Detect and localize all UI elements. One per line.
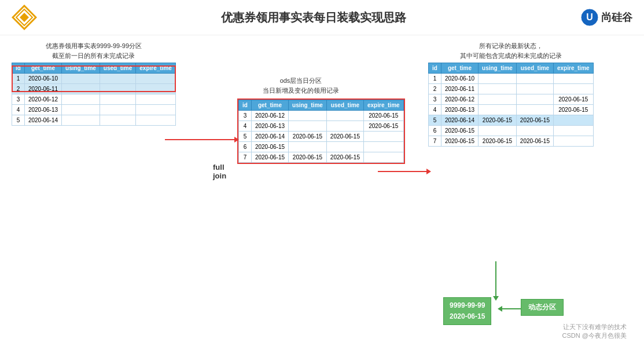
left-table-caption: 优惠券领用事实表9999-99-99分区 截至前一日的所有未完成记录	[12, 41, 176, 60]
logo-right-text: 尚硅谷	[601, 10, 632, 24]
left-col-used-time: used_time	[100, 63, 135, 74]
dynamic-partition-value-box: 9999-99-99 2020-06-15	[443, 297, 491, 325]
header: 优惠券领用事实表每日装载实现思路 U 尚硅谷	[0, 0, 644, 35]
dynamic-partition-label: 动态分区	[521, 299, 564, 316]
right-table: id get_time using_time used_time expire_…	[428, 63, 594, 147]
left-col-expire-time: expire_time	[136, 63, 176, 74]
table-row: 2 2020-06-11	[429, 84, 594, 94]
ods-label: ods层当日分区 当日新增及变化的领用记录	[237, 76, 365, 95]
table-row: 1 2020-06-10	[12, 74, 176, 84]
table-row: 5 2020-06-14 2020-06-15 2020-06-15	[239, 132, 404, 142]
left-col-id: id	[12, 63, 25, 74]
table-row: 4 2020-06-13 2020-06-15	[239, 121, 404, 132]
arrow-middle-to-right	[378, 169, 431, 174]
svg-marker-2	[20, 13, 29, 22]
table-row: 7 2020-06-15 2020-06-15 2020-06-15	[429, 136, 594, 147]
watermark: 让天下没有难学的技术 CSDN @今夜月色很美	[562, 323, 627, 340]
table-row: 3 2020-06-12 2020-06-15	[239, 111, 404, 121]
left-col-get-time: get_time	[24, 63, 61, 74]
table-row: 3 2020-06-12	[12, 94, 176, 105]
table-row: 6 2020-06-15	[239, 142, 404, 152]
table-row: 5 2020-06-14 2020-06-15 2020-06-15	[429, 115, 594, 126]
table-row: 4 2020-06-13	[12, 105, 176, 115]
left-table-wrapper: 优惠券领用事实表9999-99-99分区 截至前一日的所有未完成记录 id ge…	[12, 41, 176, 126]
full-join-label: full join	[213, 163, 226, 180]
svg-text:U: U	[586, 12, 593, 22]
left-table: id get_time using_time used_time expire_…	[12, 63, 176, 126]
left-col-using-time: using_time	[62, 63, 100, 74]
table-row: 4 2020-06-13 2020-06-15	[429, 105, 594, 115]
middle-table-wrapper: ods层当日分区 当日新增及变化的领用记录 id get_time using_…	[237, 76, 405, 166]
logo-left	[12, 5, 46, 30]
page-title: 优惠券领用事实表每日装载实现思路	[46, 10, 580, 25]
right-table-wrapper: 所有记录的最新状态， 其中可能包含完成的和未完成的记录 id get_time …	[428, 41, 594, 147]
arrow-down-green	[493, 261, 499, 301]
arrow-left-to-middle	[165, 137, 239, 143]
right-table-caption: 所有记录的最新状态， 其中可能包含完成的和未完成的记录	[428, 41, 594, 60]
table-row: 6 2020-06-15	[429, 126, 594, 136]
table-row: 7 2020-06-15 2020-06-15 2020-06-15	[239, 152, 404, 163]
middle-table-red-border: id get_time using_time used_time expire_…	[237, 98, 405, 164]
table-row: 5 2020-06-14	[12, 115, 176, 126]
table-row: 1 2020-06-10	[429, 74, 594, 84]
logo-right: U 尚硅谷	[580, 8, 632, 27]
middle-table: id get_time using_time used_time expire_…	[238, 100, 404, 163]
table-row: 3 2020-06-12 2020-06-15	[429, 94, 594, 105]
table-row: 2 2020-06-11	[12, 84, 176, 94]
main-content: 优惠券领用事实表9999-99-99分区 截至前一日的所有未完成记录 id ge…	[0, 35, 644, 343]
